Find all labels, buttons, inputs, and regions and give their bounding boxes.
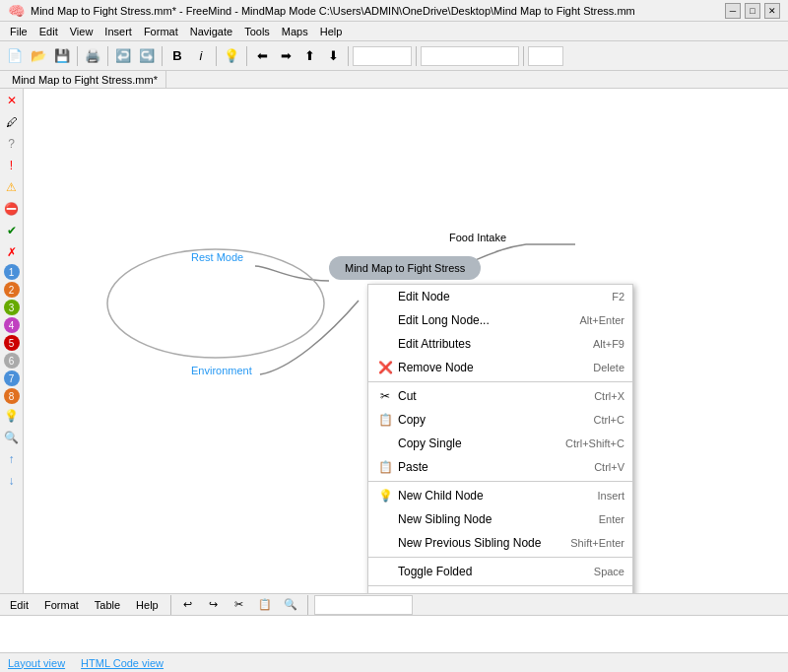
center-node[interactable]: Mind Map to Fight Stress (329, 256, 481, 280)
font-input[interactable]: SansSerif (421, 46, 519, 66)
ctx-cut[interactable]: ✂ Cut Ctrl+X (368, 384, 632, 408)
bold-button[interactable]: B (166, 45, 188, 67)
paste-icon: 📋 (376, 458, 394, 476)
html-code-view-tab[interactable]: HTML Code view (81, 657, 164, 669)
bottom-redo[interactable]: ↪ (203, 594, 225, 616)
nav-up[interactable]: ⬆ (298, 45, 320, 67)
ctx-edit-node[interactable]: Edit Node F2 (368, 285, 632, 308)
bottom-copy[interactable]: 📋 (254, 594, 276, 616)
bottom-content (0, 616, 788, 652)
food-intake-node[interactable]: Food Intake (449, 232, 506, 243)
menu-help[interactable]: Help (314, 24, 349, 39)
menu-bar: File Edit View Insert Format Navigate To… (0, 22, 788, 41)
ctx-copy[interactable]: 📋 Copy Ctrl+C (368, 408, 632, 432)
new-button[interactable]: 📄 (4, 45, 26, 67)
menu-tools[interactable]: Tools (238, 24, 276, 39)
copy-single-icon (376, 435, 394, 452)
italic-button[interactable]: i (190, 45, 212, 67)
sidebar-icon-7[interactable]: 7 (4, 370, 20, 386)
sidebar-icon-2[interactable]: 2 (4, 282, 20, 298)
ctx-edit-attributes[interactable]: Edit Attributes Alt+F9 (368, 332, 632, 356)
nav-down[interactable]: ⬇ (322, 45, 344, 67)
main-layout: ✕ 🖊 ? ! ⚠ ⛔ ✔ ✗ 1 2 3 4 5 6 7 8 💡 🔍 ↑ ↓ (0, 89, 788, 593)
menu-edit[interactable]: Edit (33, 24, 64, 39)
bottom-font-input[interactable]: SansSerif (314, 595, 413, 615)
zoom-input[interactable]: 100% (353, 46, 412, 66)
minimize-button[interactable]: ─ (725, 3, 741, 19)
ctx-remove-node[interactable]: ❌ Remove Node Delete (368, 356, 632, 379)
ctx-copy-single[interactable]: Copy Single Ctrl+Shift+C (368, 432, 632, 455)
sidebar-icon-4[interactable]: 4 (4, 317, 20, 333)
sidebar-icon-x[interactable]: ✗ (2, 242, 22, 262)
ctx-edit-long-node[interactable]: Edit Long Node... Alt+Enter (368, 308, 632, 332)
menu-format[interactable]: Format (138, 24, 184, 39)
window-controls: ─ □ ✕ (725, 3, 780, 19)
ctx-new-sibling[interactable]: New Sibling Node Enter (368, 507, 632, 531)
toolbar-separator-7 (416, 46, 417, 66)
bottom-menu-table[interactable]: Table (89, 597, 126, 613)
ctx-separator-3 (368, 557, 632, 558)
print-button[interactable]: 🖨️ (82, 45, 103, 67)
new-sibling-icon (376, 510, 394, 528)
ctx-toggle-folded[interactable]: Toggle Folded Space (368, 560, 632, 583)
menu-view[interactable]: View (64, 24, 99, 39)
sidebar-icon-arrow-up[interactable]: ↑ (2, 449, 22, 469)
nav-back[interactable]: ⬅ (251, 45, 273, 67)
sidebar-icon-8[interactable]: 8 (4, 388, 20, 404)
rest-mode-node[interactable]: Rest Mode (191, 251, 243, 263)
window-title: Mind Map to Fight Stress.mm* - FreeMind … (31, 5, 725, 17)
maximize-button[interactable]: □ (745, 3, 760, 19)
sidebar-icon-1[interactable]: 1 (4, 264, 20, 280)
sidebar-icon-question[interactable]: ? (2, 134, 22, 154)
sidebar-icon-bulb[interactable]: 💡 (2, 406, 22, 426)
sidebar-icon-exclaim[interactable]: ! (2, 156, 22, 175)
toolbar-separator-5 (246, 46, 247, 66)
ctx-paste[interactable]: 📋 Paste Ctrl+V (368, 455, 632, 479)
sidebar-icon-check[interactable]: ✔ (2, 221, 22, 240)
ctx-new-child[interactable]: 💡 New Child Node Insert (368, 484, 632, 507)
sidebar-icon-edit[interactable]: 🖊 (2, 112, 22, 132)
bottom-menu-help[interactable]: Help (130, 597, 164, 613)
ctx-new-prev-sibling[interactable]: New Previous Sibling Node Shift+Enter (368, 531, 632, 555)
menu-file[interactable]: File (4, 24, 33, 39)
bottom-cut[interactable]: ✂ (229, 594, 250, 616)
layout-view-tab[interactable]: Layout view (8, 657, 65, 669)
bottom-menu-format[interactable]: Format (38, 597, 85, 613)
canvas-area: Mind Map to Fight Stress Rest Mode Food … (24, 89, 788, 593)
title-bar: 🧠 Mind Map to Fight Stress.mm* - FreeMin… (0, 0, 788, 22)
sidebar-icon-warn[interactable]: ⚠ (2, 177, 22, 197)
bottom-toolbar-sep (170, 595, 171, 615)
node-icon[interactable]: 💡 (221, 45, 242, 67)
edit-node-icon (376, 288, 394, 305)
sidebar-icon-stop[interactable]: ⛔ (2, 199, 22, 219)
sidebar-icon-6[interactable]: 6 (4, 353, 20, 369)
redo-button[interactable]: ↪️ (136, 45, 158, 67)
tab-bar: Mind Map to Fight Stress.mm* (0, 71, 788, 89)
main-tab[interactable]: Mind Map to Fight Stress.mm* (4, 71, 166, 88)
sidebar-icon-3[interactable]: 3 (4, 300, 20, 315)
open-button[interactable]: 📂 (28, 45, 49, 67)
sidebar-icon-mag[interactable]: 🔍 (2, 428, 22, 447)
close-button[interactable]: ✕ (764, 3, 780, 19)
sidebar-icon-close[interactable]: ✕ (2, 91, 22, 110)
nav-forward[interactable]: ➡ (275, 45, 296, 67)
ctx-icons[interactable]: Icons ▶ (368, 588, 632, 593)
cut-icon: ✂ (376, 387, 394, 405)
sidebar-icon-5[interactable]: 5 (4, 335, 20, 351)
edit-attributes-icon (376, 335, 394, 353)
save-button[interactable]: 💾 (51, 45, 73, 67)
copy-icon: 📋 (376, 411, 394, 429)
menu-maps[interactable]: Maps (276, 24, 314, 39)
toolbar-separator-4 (216, 46, 217, 66)
toolbar-separator-8 (523, 46, 524, 66)
bottom-menu-edit[interactable]: Edit (4, 597, 34, 613)
font-size-input[interactable]: 12 (528, 46, 563, 66)
menu-navigate[interactable]: Navigate (184, 24, 238, 39)
toolbar: 📄 📂 💾 🖨️ ↩️ ↪️ B i 💡 ⬅ ➡ ⬆ ⬇ 100% SansSe… (0, 41, 788, 71)
undo-button[interactable]: ↩️ (112, 45, 134, 67)
sidebar-icon-arrow-down[interactable]: ↓ (2, 471, 22, 491)
bottom-find[interactable]: 🔍 (280, 594, 301, 616)
menu-insert[interactable]: Insert (98, 24, 138, 39)
environment-node[interactable]: Environment (191, 365, 252, 376)
bottom-undo[interactable]: ↩ (177, 594, 199, 616)
